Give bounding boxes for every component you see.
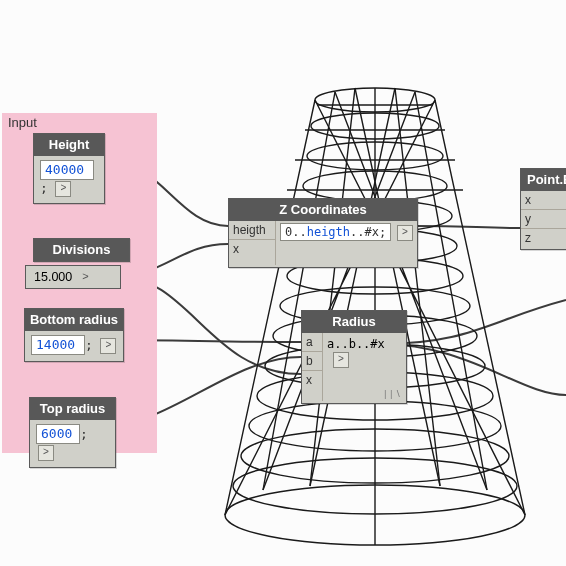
node-header: Z Coordinates	[229, 199, 417, 221]
svg-point-12	[307, 142, 443, 170]
node-header: Top radius	[30, 398, 115, 420]
port-heigth[interactable]: heigth	[229, 221, 275, 240]
chevron-right-icon[interactable]: >	[397, 225, 413, 241]
chevron-right-icon[interactable]: >	[100, 338, 116, 354]
svg-point-13	[311, 113, 439, 139]
node-header: Radius	[302, 311, 406, 333]
svg-point-0	[225, 485, 525, 545]
node-bottom-radius[interactable]: Bottom radius 14000; >	[24, 308, 124, 362]
node-divisions[interactable]: Divisions	[33, 238, 130, 262]
semicolon: ;	[85, 337, 93, 352]
chevron-right-icon[interactable]: >	[55, 181, 71, 197]
visual-programming-canvas[interactable]: Input Height 40000; > Divisions 15.000 >…	[0, 0, 566, 566]
node-point-by[interactable]: Point.By x y z	[520, 168, 566, 250]
node-radius[interactable]: Radius a b x a..b..#x > ∣∣∖	[301, 310, 407, 404]
svg-point-2	[241, 429, 509, 483]
chevron-right-icon[interactable]: >	[333, 352, 349, 368]
port-x[interactable]: x	[229, 240, 275, 258]
top-radius-value[interactable]: 6000	[36, 424, 80, 444]
height-value[interactable]: 40000	[40, 160, 94, 180]
port-z[interactable]: z	[521, 229, 566, 247]
node-height[interactable]: Height 40000; >	[33, 133, 105, 204]
divisions-value[interactable]: 15.000	[34, 270, 72, 284]
svg-point-1	[233, 458, 517, 514]
group-title: Input	[8, 115, 37, 130]
divisions-value-pill[interactable]: 15.000 >	[25, 265, 121, 289]
semicolon: ;	[80, 426, 88, 441]
port-x[interactable]: x	[302, 371, 322, 389]
svg-point-11	[303, 171, 447, 201]
node-header: Point.By	[521, 169, 566, 191]
chevron-right-icon[interactable]: >	[82, 270, 88, 284]
port-x[interactable]: x	[521, 191, 566, 210]
resize-grip-icon[interactable]: ∣∣∖	[383, 389, 402, 399]
node-z-coordinates[interactable]: Z Coordinates heigth x 0..heigth..#x; >	[228, 198, 418, 268]
node-header: Height	[34, 134, 104, 156]
chevron-right-icon[interactable]: >	[38, 445, 54, 461]
port-y[interactable]: y	[521, 210, 566, 229]
semicolon: ;	[40, 180, 48, 195]
node-top-radius[interactable]: Top radius 6000; >	[29, 397, 116, 468]
zcoord-code[interactable]: 0..heigth..#x;	[280, 223, 391, 241]
svg-point-3	[249, 401, 501, 451]
port-a[interactable]: a	[302, 333, 322, 352]
node-header: Divisions	[34, 239, 129, 261]
radius-code[interactable]: a..b..#x	[327, 337, 385, 351]
bottom-radius-value[interactable]: 14000	[31, 335, 85, 355]
port-b[interactable]: b	[302, 352, 322, 371]
node-header: Bottom radius	[25, 309, 123, 331]
svg-point-14	[315, 88, 435, 112]
